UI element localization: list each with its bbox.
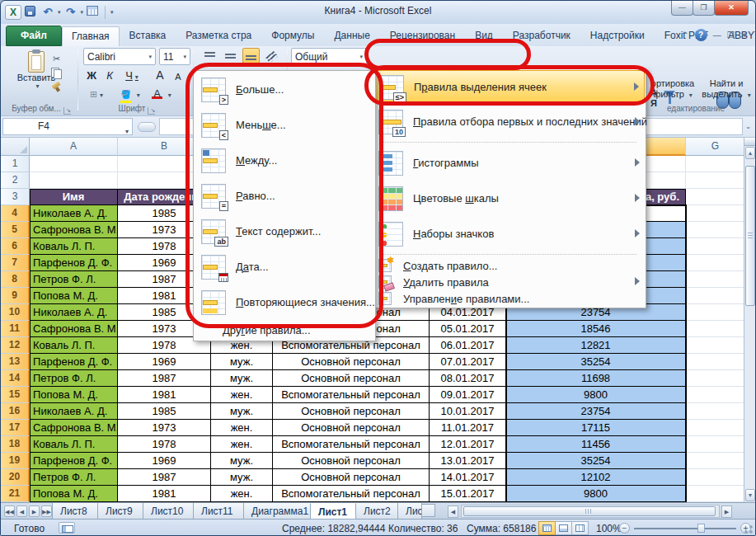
row-header-10[interactable]: 10 [1,304,30,321]
tab-рецензирован[interactable]: Рецензирован [380,26,465,46]
zoom-thumb[interactable] [697,524,705,533]
sheet-tab-лист9[interactable]: Лист9 [97,503,143,520]
zoom-track[interactable] [634,528,736,529]
first-sheet-icon[interactable]: ◀◀ [4,505,15,517]
cell[interactable] [686,238,745,255]
submenu-item[interactable]: <Меньше... [195,107,374,143]
cell[interactable] [686,304,745,321]
gender-cell[interactable]: муж. [211,403,273,420]
menu-item[interactable]: Наборы значков [372,216,645,252]
minimize-button[interactable]: — [671,1,693,16]
salary-cell[interactable]: 18546 [506,321,686,337]
row-header-11[interactable]: 11 [1,321,30,337]
row-header-4[interactable]: 4 [1,205,30,222]
underline-button[interactable]: Ч [120,68,144,83]
close-button[interactable]: ✕ [714,1,749,16]
horizontal-scrollbar[interactable] [461,505,720,518]
select-all-corner[interactable] [1,138,30,156]
row-header-21[interactable]: 21 [1,486,30,502]
macro-record-icon[interactable] [59,522,75,534]
cell[interactable] [686,205,745,222]
row-header-17[interactable]: 17 [1,420,30,436]
cell[interactable] [686,486,745,502]
dialog-launcher-icon[interactable]: ↘ [63,107,71,115]
orientation-icon[interactable] [263,48,280,63]
submenu-item[interactable]: >Больше... [195,72,374,107]
department-cell[interactable]: Основной персонал [273,354,430,370]
tab-file[interactable]: Файл [6,26,62,46]
font-name-combo[interactable]: Calibri▾ [83,48,156,65]
gender-cell[interactable]: муж. [211,370,273,387]
tab-данные[interactable]: Данные [324,26,379,46]
department-cell[interactable]: Вспомогательный персонал [273,436,430,453]
sheet-tab-лист11[interactable]: Лист11 [193,503,244,520]
row-header-19[interactable]: 19 [1,453,30,469]
year-cell[interactable]: 1969 [118,354,211,370]
hscroll-left-icon[interactable]: ◀ [448,505,458,518]
cell[interactable] [686,354,745,370]
number-format-combo[interactable]: Общий▾ [291,48,367,65]
row-header-5[interactable]: 5 [1,222,30,238]
tab-вид[interactable]: Вид [465,26,503,46]
row-header-2[interactable]: 2 [1,172,30,189]
name-cell[interactable]: Петров Ф. Л. [30,469,118,486]
cell[interactable] [30,156,118,172]
sheet-tab-диаграмма1[interactable]: Диаграмма1 [243,503,311,520]
cell[interactable] [686,321,745,337]
sheet-tab-лист2[interactable]: Лист2 [355,503,398,520]
font-color-button[interactable]: А [148,86,176,101]
align-top-icon[interactable] [201,48,218,63]
font-size-combo[interactable]: 11▾ [159,48,190,65]
cell[interactable] [686,453,745,469]
date-cell[interactable]: 14.01.2017 [430,469,506,486]
scroll-up-icon[interactable]: ▲ [745,147,755,159]
copy-icon[interactable] [51,68,61,78]
cell[interactable] [686,222,745,238]
tab-надстройки[interactable]: Надстройки [580,26,655,46]
row-header-18[interactable]: 18 [1,436,30,453]
salary-cell[interactable]: 9800 [506,387,686,403]
hscroll-right-icon[interactable]: ▶ [721,505,732,518]
salary-cell[interactable]: 9800 [506,486,686,502]
gender-cell[interactable]: муж. [211,469,273,486]
name-cell[interactable]: Парфенов Д. Ф. [30,453,118,469]
normal-view-button[interactable] [538,521,556,535]
vertical-scroll-thumb[interactable] [745,166,755,306]
sheet-tab-лис[interactable]: Лис [397,503,422,520]
date-cell[interactable]: 06.01.2017 [430,337,506,354]
menu-item[interactable]: ≤>Правила выделения ячеек [372,70,645,104]
name-box[interactable]: F4▾ [2,118,133,135]
scroll-down-icon[interactable]: ▼ [745,489,755,501]
restore-button[interactable]: ❐ [693,1,715,16]
cell[interactable] [686,271,745,288]
submenu-item[interactable]: abТекст содержит... [195,214,374,249]
name-cell[interactable]: Николаев А. Д. [30,205,118,222]
date-cell[interactable]: 08.01.2017 [430,370,506,387]
salary-cell[interactable]: 11698 [506,370,686,387]
name-cell[interactable]: Петров Ф. Л. [30,370,118,387]
date-cell[interactable]: 15.01.2017 [430,486,506,502]
sort-filter-button[interactable]: ортировкафильтр [646,78,699,101]
year-cell[interactable]: 1987 [118,469,211,486]
cell[interactable] [686,255,745,271]
cell[interactable] [686,172,745,189]
department-cell[interactable]: Основной персонал [273,420,430,436]
row-header-9[interactable]: 9 [1,288,30,304]
department-cell[interactable]: Основной персонал [273,469,430,486]
menu-item[interactable]: Удалить правила [372,274,645,290]
submenu-item[interactable]: Повторяющиеся значения... [195,284,374,320]
row-header-6[interactable]: 6 [1,238,30,255]
date-cell[interactable]: 05.01.2017 [430,321,506,337]
tab-разработчик[interactable]: Разработчик [503,26,580,46]
department-cell[interactable]: Вспомогательный персонал [273,387,430,403]
tab-разметка-стра[interactable]: Разметка стра [176,26,261,46]
cell[interactable] [686,337,745,354]
page-break-view-button[interactable] [571,521,589,535]
department-cell[interactable]: Вспомогательный персонал [273,486,430,502]
italic-button[interactable]: К [101,68,118,83]
submenu-item[interactable]: Между... [195,143,374,178]
salary-cell[interactable]: 23754 [506,403,686,420]
fill-color-button[interactable]: 🪣 [116,86,144,101]
date-cell[interactable]: 07.01.2017 [430,354,506,370]
cell[interactable] [30,172,118,189]
